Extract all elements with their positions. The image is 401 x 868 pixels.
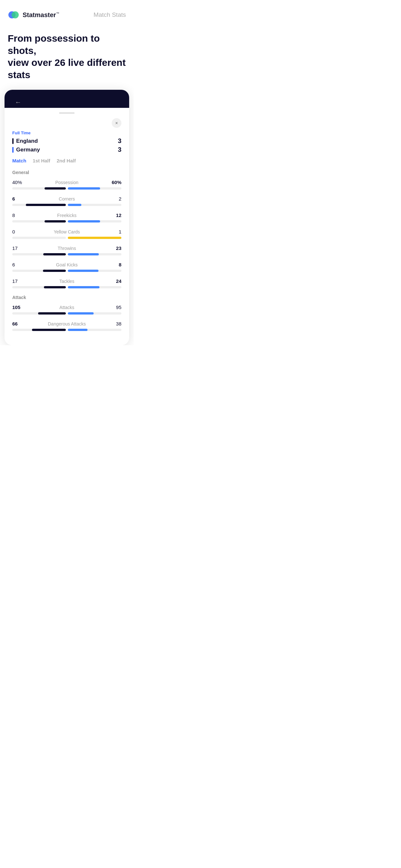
stat-attacks: 105 Attacks 95 [12, 305, 121, 314]
stat-throwins: 17 Throwins 23 [12, 245, 121, 255]
stat-possession: 40% Possession 60% [12, 180, 121, 190]
team2-score: 3 [118, 146, 121, 153]
stat-goal-kicks: 6 Goal Kicks 8 [12, 262, 121, 272]
stat-right-val: 8 [110, 262, 121, 268]
stat-left-val: 6 [12, 262, 24, 268]
stat-right-val: 2 [110, 196, 121, 202]
section-attack: Attack [12, 295, 121, 300]
svg-point-1 [11, 11, 19, 19]
close-row: × [12, 118, 121, 128]
stat-dangerous-attacks: 66 Dangerous Attacks 38 [12, 321, 121, 331]
stat-name: Freekicks [24, 213, 110, 218]
stat-left-val: 40% [12, 180, 24, 185]
app-header: Statmaster™ Match Stats [0, 0, 134, 26]
stat-left-val: 8 [12, 213, 24, 218]
stat-right-val: 12 [110, 213, 121, 218]
stat-left-val: 66 [12, 321, 24, 327]
back-button[interactable]: ← [12, 96, 24, 108]
tab-second-half[interactable]: 2nd Half [57, 158, 76, 164]
stat-name: Tackles [24, 279, 110, 284]
team2-flag [12, 147, 13, 153]
stat-right-val: 60% [110, 180, 121, 185]
stat-name: Dangerous Attacks [24, 321, 110, 327]
phone-content: × Full Time England 3 Germany 3 Match 1s… [4, 108, 129, 345]
hero-heading: From possession to shots, view over 26 l… [8, 32, 126, 81]
stat-name: Throwins [24, 246, 110, 251]
tab-match[interactable]: Match [12, 158, 26, 164]
team1-flag [12, 138, 13, 144]
stat-left-val: 6 [12, 196, 24, 202]
stat-name: Yellow Cards [24, 229, 110, 235]
stat-name: Attacks [24, 305, 110, 310]
stat-tackles: 17 Tackles 24 [12, 278, 121, 288]
stat-right-val: 38 [110, 321, 121, 327]
section-general: General [12, 170, 121, 175]
phone-topbar: ← [4, 90, 129, 108]
stat-yellow-cards: 0 Yellow Cards 1 [12, 229, 121, 239]
match-status: Full Time [12, 130, 121, 135]
team2-row: Germany 3 [12, 146, 121, 153]
hero-section: From possession to shots, view over 26 l… [0, 26, 134, 90]
phone-mockup: ← × Full Time England 3 Germany 3 [4, 90, 129, 345]
team2-name: Germany [12, 147, 40, 153]
stat-name: Corners [24, 196, 110, 202]
app-logo-icon [8, 9, 19, 21]
stat-name: Possession [24, 180, 110, 185]
stat-corners: 6 Corners 2 [12, 196, 121, 206]
stat-left-val: 17 [12, 278, 24, 284]
back-arrow-icon: ← [15, 98, 21, 106]
stat-freekicks: 8 Freekicks 12 [12, 213, 121, 222]
header-title: Match Stats [94, 11, 126, 19]
stat-right-val: 1 [110, 229, 121, 235]
stat-right-val: 95 [110, 305, 121, 310]
tab-first-half[interactable]: 1st Half [33, 158, 50, 164]
stat-right-val: 24 [110, 278, 121, 284]
stat-left-val: 105 [12, 305, 24, 310]
stat-left-val: 17 [12, 245, 24, 251]
stat-name: Goal Kicks [24, 262, 110, 268]
stat-left-val: 0 [12, 229, 24, 235]
team1-score: 3 [118, 137, 121, 145]
close-icon: × [115, 120, 118, 126]
drag-handle [59, 113, 74, 114]
logo-text: Statmaster™ [23, 11, 59, 19]
tabs-bar: Match 1st Half 2nd Half [12, 158, 121, 164]
logo-area: Statmaster™ [8, 9, 59, 21]
close-button[interactable]: × [112, 118, 121, 128]
team1-name: England [12, 138, 38, 144]
stat-right-val: 23 [110, 245, 121, 251]
team1-row: England 3 [12, 137, 121, 145]
